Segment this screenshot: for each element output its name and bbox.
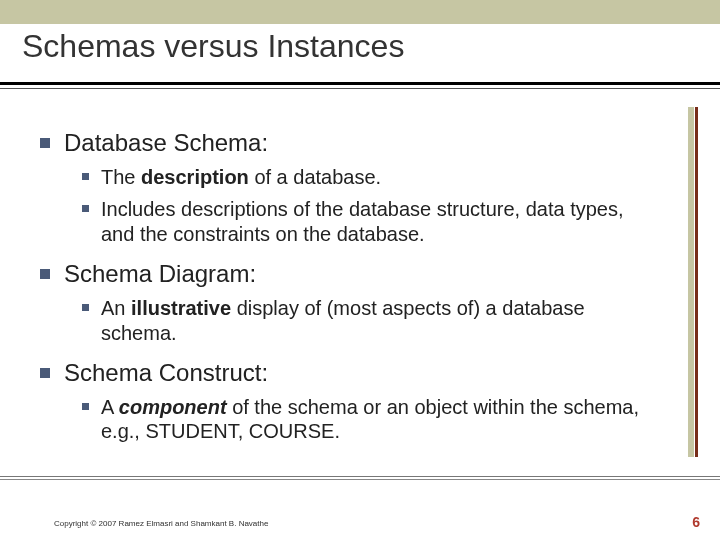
text-run: An <box>101 297 131 319</box>
content-body: Database Schema: The description of a da… <box>40 115 660 444</box>
text-run: of a database. <box>249 166 381 188</box>
right-accent-dark <box>695 107 698 457</box>
title-underline-thick <box>0 82 720 85</box>
list-subitem: A component of the schema or an object w… <box>82 395 660 444</box>
list-subitem-text: An illustrative display of (most aspects… <box>101 296 660 345</box>
square-bullet-icon <box>40 368 50 378</box>
square-bullet-icon <box>40 138 50 148</box>
top-decor-band <box>0 0 720 24</box>
list-subitem: Includes descriptions of the database st… <box>82 197 660 246</box>
title-underline-thin <box>0 88 720 89</box>
text-strong: description <box>141 166 249 188</box>
list-item-label: Schema Diagram: <box>64 260 256 288</box>
square-bullet-icon <box>82 173 89 180</box>
square-bullet-icon <box>82 403 89 410</box>
footer-rule <box>0 476 720 477</box>
list-item-label: Database Schema: <box>64 129 268 157</box>
title-area: Schemas versus Instances <box>22 28 404 65</box>
square-bullet-icon <box>40 269 50 279</box>
text-run: A <box>101 396 119 418</box>
copyright-text: Copyright © 2007 Ramez Elmasri and Shamk… <box>54 519 268 528</box>
list-subitem: An illustrative display of (most aspects… <box>82 296 660 345</box>
right-accent-light <box>688 107 694 457</box>
text-strong-italic: component <box>119 396 227 418</box>
list-subitem-text: The description of a database. <box>101 165 381 189</box>
text-run: Includes descriptions of the database st… <box>101 198 624 244</box>
text-strong: illustrative <box>131 297 231 319</box>
square-bullet-icon <box>82 205 89 212</box>
list-item: Database Schema: <box>40 129 660 157</box>
slide-title: Schemas versus Instances <box>22 28 404 65</box>
text-run: The <box>101 166 141 188</box>
list-item: Schema Diagram: <box>40 260 660 288</box>
list-item: Schema Construct: <box>40 359 660 387</box>
list-item-label: Schema Construct: <box>64 359 268 387</box>
page-number: 6 <box>692 514 700 530</box>
footer-rule <box>0 479 720 480</box>
square-bullet-icon <box>82 304 89 311</box>
list-subitem-text: Includes descriptions of the database st… <box>101 197 660 246</box>
list-subitem-text: A component of the schema or an object w… <box>101 395 660 444</box>
slide: Schemas versus Instances Database Schema… <box>0 0 720 540</box>
list-subitem: The description of a database. <box>82 165 660 189</box>
